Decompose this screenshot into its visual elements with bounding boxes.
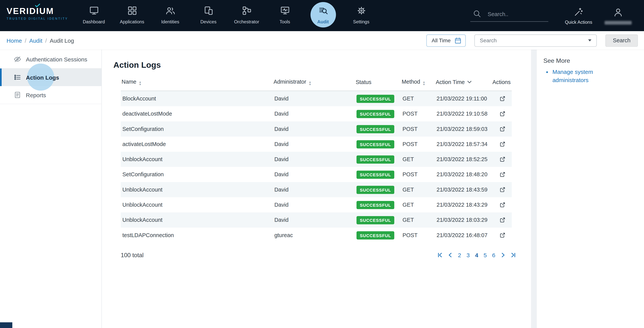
next-page-button[interactable] <box>500 252 506 258</box>
cell-method: POST <box>401 167 435 182</box>
open-log-button[interactable] <box>498 109 507 118</box>
cell-administrator: David <box>273 167 355 182</box>
open-log-button[interactable] <box>498 155 507 164</box>
audit-sidebar: Authentication Sessions Action Logs Repo… <box>0 50 102 328</box>
open-log-button[interactable] <box>498 170 507 178</box>
breadcrumb-home[interactable]: Home <box>6 37 22 44</box>
see-more-list-item: Manage system administrators <box>552 68 605 84</box>
cell-actions <box>492 167 512 182</box>
global-search-input[interactable] <box>487 10 542 17</box>
cell-name: testLDAPConnection <box>121 228 273 243</box>
status-badge: SUCCESSFUL <box>356 110 394 118</box>
nav-item-audit[interactable]: Audit <box>304 0 342 31</box>
sidebar-item-authentication-sessions[interactable]: Authentication Sessions <box>0 50 102 68</box>
search-button[interactable]: Search <box>606 34 638 46</box>
first-page-button[interactable] <box>436 252 443 258</box>
search-filter-select[interactable]: Search <box>474 34 597 46</box>
cell-action-time: 21/03/2022 18:48:20 <box>435 167 492 182</box>
nav-item-identities[interactable]: Identities <box>151 0 189 31</box>
table-row: testLDAPConnection gtureac SUCCESSFUL PO… <box>121 228 512 243</box>
page-link-6[interactable]: 6 <box>491 252 496 258</box>
breadcrumb-separator: / <box>25 37 26 44</box>
cell-method: POST <box>401 228 435 243</box>
cell-name: UnblockAccount <box>121 182 273 197</box>
open-log-button[interactable] <box>498 200 507 209</box>
col-label: Actions <box>492 79 510 85</box>
nav-item-applications[interactable]: Applications <box>113 0 151 31</box>
prev-page-button[interactable] <box>447 252 453 258</box>
total-count: 100 total <box>121 252 144 258</box>
cell-action-time: 21/03/2022 18:03:29 <box>435 212 492 228</box>
open-log-button[interactable] <box>498 215 507 224</box>
quick-actions-label: Quick Actions <box>565 19 592 24</box>
cell-action-time: 21/03/2022 16:48:07 <box>435 228 492 243</box>
top-navbar: VERIDIUM TRUSTED DIGITAL IDENTITY Dashbo… <box>0 0 644 31</box>
cell-status: SUCCESSFUL <box>355 167 401 182</box>
breadcrumb-current: Audit Log <box>50 37 74 44</box>
open-log-button[interactable] <box>498 185 507 194</box>
user-menu[interactable] <box>604 7 632 24</box>
nav-item-settings[interactable]: Settings <box>342 0 380 31</box>
sidebar-item-reports[interactable]: Reports <box>0 86 102 104</box>
open-log-button[interactable] <box>498 140 507 148</box>
open-log-button[interactable] <box>498 231 507 239</box>
open-log-icon <box>499 201 506 208</box>
cell-actions <box>492 182 512 197</box>
cell-administrator: gtureac <box>273 228 355 243</box>
open-log-icon <box>499 156 506 163</box>
sidebar-item-label: Reports <box>26 92 46 98</box>
cell-status: SUCCESSFUL <box>355 106 401 121</box>
cell-action-time: 21/03/2022 19:11:00 <box>435 91 492 106</box>
quick-actions-button[interactable]: Quick Actions <box>565 7 592 24</box>
orchestrator-icon <box>241 5 252 16</box>
open-log-button[interactable] <box>498 94 507 103</box>
table-row: BlockAccount David SUCCESSFUL GET 21/03/… <box>121 91 512 106</box>
action-logs-table: Name▲▼ Administrator▲▼ Status Method▲▼ A… <box>121 76 512 243</box>
status-badge: SUCCESSFUL <box>356 231 394 239</box>
veridium-logo[interactable]: VERIDIUM TRUSTED DIGITAL IDENTITY <box>0 0 75 31</box>
see-more-title: See More <box>544 57 638 64</box>
sidebar-item-action-logs[interactable]: Action Logs <box>0 68 102 86</box>
manage-system-administrators-link[interactable]: Manage system administrators <box>552 68 593 83</box>
table-row: UnblockAccount David SUCCESSFUL GET 21/0… <box>121 152 512 167</box>
open-log-button[interactable] <box>498 124 507 133</box>
last-page-button[interactable] <box>510 252 516 258</box>
page-link-2[interactable]: 2 <box>457 252 462 258</box>
prev-page-icon <box>447 252 453 258</box>
col-header-action-time[interactable]: Action Time <box>435 76 492 91</box>
nav-item-orchestrator[interactable]: Orchestrator <box>228 0 266 31</box>
open-log-icon <box>499 125 506 132</box>
logo-tagline: TRUSTED DIGITAL IDENTITY <box>6 17 75 20</box>
breadcrumb-audit[interactable]: Audit <box>29 37 42 44</box>
open-log-icon <box>499 232 506 238</box>
nav-label: Devices <box>200 19 216 24</box>
calendar-icon <box>454 37 462 44</box>
cell-administrator: David <box>273 182 355 197</box>
cell-name: BlockAccount <box>121 91 273 106</box>
cell-actions <box>492 106 512 121</box>
cell-action-time: 21/03/2022 18:43:59 <box>435 182 492 197</box>
col-header-name[interactable]: Name▲▼ <box>121 76 273 91</box>
nav-item-dashboard[interactable]: Dashboard <box>75 0 113 31</box>
user-name-redacted <box>604 21 632 24</box>
nav-item-devices[interactable]: Devices <box>189 0 228 31</box>
col-header-administrator[interactable]: Administrator▲▼ <box>273 76 355 91</box>
table-row: UnblockAccount David SUCCESSFUL GET 21/0… <box>121 212 512 228</box>
col-header-status: Status <box>355 76 401 91</box>
bottom-left-widget[interactable] <box>0 322 12 328</box>
col-label: Status <box>356 79 372 85</box>
sidebar-item-label: Action Logs <box>26 74 59 81</box>
cell-method: POST <box>401 137 435 152</box>
cell-administrator: David <box>273 152 355 167</box>
nav-item-tools[interactable]: Tools <box>266 0 304 31</box>
open-log-icon <box>499 171 506 178</box>
page-link-3[interactable]: 3 <box>466 252 470 258</box>
page-link-5[interactable]: 5 <box>483 252 488 258</box>
reports-icon <box>14 91 22 99</box>
time-range-button[interactable]: All Time <box>426 34 466 46</box>
dashboard-icon <box>88 5 99 16</box>
cell-actions <box>492 121 512 137</box>
cell-method: GET <box>401 197 435 212</box>
col-header-method[interactable]: Method▲▼ <box>401 76 435 91</box>
page-link-4-current[interactable]: 4 <box>474 252 479 258</box>
